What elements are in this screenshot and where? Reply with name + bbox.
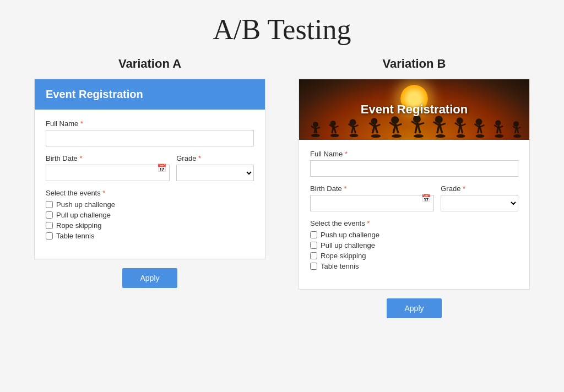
svg-point-12 bbox=[350, 134, 359, 137]
event-item-b-0: Push up challenge bbox=[310, 231, 518, 239]
date-grade-row-b: Birth Date * 📅 Grade * bbox=[310, 184, 518, 219]
required-star-a1: * bbox=[80, 119, 83, 128]
date-grade-row-a: Birth Date * 📅 Grade * bbox=[46, 154, 254, 189]
event-label-a-1: Pull up challenge bbox=[56, 211, 111, 219]
grade-label-a: Grade * bbox=[176, 154, 254, 162]
full-name-label-b: Full Name * bbox=[310, 150, 518, 158]
svg-point-19 bbox=[371, 118, 377, 124]
full-name-group-b: Full Name * bbox=[310, 150, 518, 177]
svg-point-54 bbox=[495, 134, 503, 138]
full-name-input-b[interactable] bbox=[310, 160, 518, 177]
variation-a-title: Variation A bbox=[118, 57, 181, 71]
variation-a-block: Variation A Event Registration Full Name… bbox=[34, 57, 265, 318]
variation-b-header-title: Event Registration bbox=[361, 102, 468, 117]
required-star-a3: * bbox=[198, 154, 201, 162]
events-label-a: Select the events * bbox=[46, 189, 254, 197]
svg-point-49 bbox=[475, 118, 482, 125]
svg-point-0 bbox=[311, 134, 320, 137]
events-group-a: Select the events * Push up challenge Pu… bbox=[46, 189, 254, 240]
event-label-a-0: Push up challenge bbox=[56, 200, 115, 209]
birth-date-label-b: Birth Date * bbox=[310, 184, 434, 193]
birth-date-input-a[interactable] bbox=[46, 165, 170, 181]
event-checkbox-b-0[interactable] bbox=[310, 231, 317, 238]
required-star-b1: * bbox=[345, 150, 348, 158]
required-star-a4: * bbox=[102, 189, 105, 197]
event-label-b-0: Push up challenge bbox=[321, 231, 379, 239]
birth-date-label-a: Birth Date * bbox=[46, 154, 170, 162]
variation-a-form-card: Event Registration Full Name * Birth Dat… bbox=[34, 79, 265, 259]
event-label-a-3: Table tennis bbox=[56, 232, 94, 240]
event-label-b-1: Pull up challenge bbox=[321, 241, 375, 249]
events-label-b: Select the events * bbox=[310, 219, 518, 227]
event-checkbox-a-2[interactable] bbox=[46, 222, 53, 229]
page-title: A/B Testing bbox=[0, 0, 564, 57]
full-name-group-a: Full Name * bbox=[46, 119, 254, 146]
svg-point-6 bbox=[330, 134, 339, 137]
svg-point-42 bbox=[457, 134, 465, 138]
birth-date-group-b: Birth Date * 📅 bbox=[310, 184, 434, 211]
required-star-b2: * bbox=[344, 184, 346, 193]
variation-a-header: Event Registration bbox=[35, 79, 265, 110]
variation-b-block: Variation B bbox=[299, 57, 530, 318]
event-item-b-1: Pull up challenge bbox=[310, 241, 518, 249]
grade-label-b: Grade * bbox=[441, 184, 518, 193]
svg-point-43 bbox=[457, 117, 463, 124]
events-group-b: Select the events * Push up challenge Pu… bbox=[310, 219, 518, 270]
event-checkbox-b-2[interactable] bbox=[310, 252, 317, 259]
grade-group-b: Grade * bbox=[441, 184, 518, 211]
required-star-b3: * bbox=[463, 184, 465, 193]
apply-btn-row-a: Apply bbox=[34, 268, 265, 288]
apply-button-b[interactable]: Apply bbox=[387, 298, 441, 318]
variations-container: Variation A Event Registration Full Name… bbox=[0, 57, 564, 318]
svg-point-37 bbox=[435, 116, 443, 123]
event-label-b-3: Table tennis bbox=[321, 262, 359, 270]
event-checkbox-b-1[interactable] bbox=[310, 242, 317, 249]
svg-point-61 bbox=[513, 121, 519, 127]
variation-b-form-card: Event Registration Full Name * Birth Dat… bbox=[299, 79, 530, 290]
full-name-label-a: Full Name * bbox=[46, 119, 254, 128]
grade-group-a: Grade * bbox=[176, 154, 254, 181]
event-item-a-0: Push up challenge bbox=[46, 200, 254, 209]
event-item-a-3: Table tennis bbox=[46, 232, 254, 240]
svg-point-30 bbox=[414, 134, 424, 138]
svg-point-36 bbox=[436, 134, 446, 138]
event-checkbox-a-1[interactable] bbox=[46, 211, 53, 219]
svg-point-60 bbox=[513, 134, 521, 138]
variation-b-form-body: Full Name * Birth Date * 📅 bbox=[299, 140, 529, 289]
svg-point-48 bbox=[475, 134, 484, 138]
required-star-a2: * bbox=[79, 154, 82, 162]
event-checkbox-a-3[interactable] bbox=[46, 232, 53, 239]
grade-select-b[interactable] bbox=[441, 195, 518, 211]
birth-date-group-a: Birth Date * 📅 bbox=[46, 154, 170, 181]
variation-b-header: Event Registration bbox=[299, 79, 529, 140]
svg-line-63 bbox=[517, 127, 518, 133]
svg-point-25 bbox=[391, 116, 399, 124]
variation-a-form-body: Full Name * Birth Date * 📅 bbox=[35, 110, 265, 259]
apply-btn-row-b: Apply bbox=[299, 298, 530, 318]
event-item-a-1: Pull up challenge bbox=[46, 211, 254, 219]
event-checkbox-b-3[interactable] bbox=[310, 263, 317, 270]
event-item-b-2: Rope skipping bbox=[310, 252, 518, 260]
variation-b-title: Variation B bbox=[383, 57, 446, 71]
grade-select-a[interactable] bbox=[176, 165, 254, 181]
svg-point-18 bbox=[371, 134, 381, 138]
full-name-input-a[interactable] bbox=[46, 130, 254, 146]
svg-point-1 bbox=[313, 122, 318, 127]
event-item-a-2: Rope skipping bbox=[46, 221, 254, 230]
required-star-b4: * bbox=[367, 219, 370, 227]
svg-point-24 bbox=[392, 134, 402, 138]
event-item-b-3: Table tennis bbox=[310, 262, 518, 270]
event-label-b-2: Rope skipping bbox=[321, 252, 366, 260]
event-label-a-2: Rope skipping bbox=[56, 221, 101, 230]
birth-date-input-b[interactable] bbox=[310, 195, 434, 211]
event-checkbox-a-0[interactable] bbox=[46, 201, 53, 208]
svg-point-55 bbox=[495, 120, 501, 126]
apply-button-a[interactable]: Apply bbox=[122, 268, 177, 288]
